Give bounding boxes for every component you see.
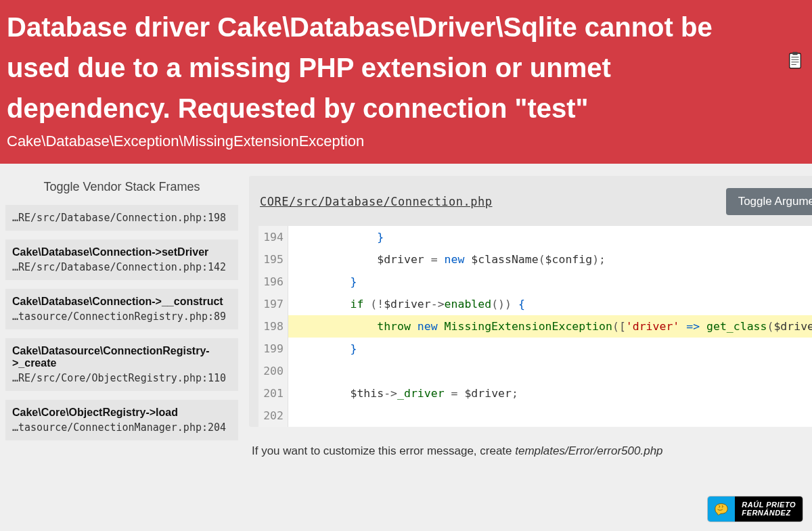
line-number: 199 [258,338,288,360]
error-header: Database driver Cake\Database\Driver\Sql… [0,0,812,164]
note-prefix: If you want to customize this error mess… [252,444,515,457]
stack-frame-title: Cake\Database\Connection->setDriver [12,246,231,258]
stack-frame-path: …RE/src/Core/ObjectRegistry.php:110 [12,372,231,384]
brain-icon [708,497,735,522]
error-title: Database driver Cake\Database\Driver\Sql… [7,7,724,129]
stack-frame-title: Cake\Datasource\ConnectionRegistry->_cre… [12,345,231,369]
svg-rect-1 [792,52,797,55]
source-code: 194 }195 $driver = new $className($confi… [258,226,812,427]
code-line: 202 [258,405,812,427]
stack-frame[interactable]: Cake\Database\Connection->__construct …t… [5,289,238,329]
stack-frame[interactable]: Cake\Database\Connection->setDriver …RE/… [5,239,238,280]
line-content [288,360,812,382]
line-content: if (!$driver->enabled()) { [288,293,812,315]
line-number: 196 [258,271,288,293]
stack-trace-sidebar: Toggle Vendor Stack Frames …RE/src/Datab… [0,164,244,458]
code-line: 197 if (!$driver->enabled()) { [258,293,812,315]
stack-frame-title: Cake\Database\Connection->__construct [12,296,231,308]
stack-frame-path: …RE/src/Database/Connection.php:142 [12,261,231,273]
author-badge[interactable]: RAÚL PRIETO FERNÁNDEZ [708,497,803,522]
source-file-path[interactable]: CORE/src/Database/Connection.php [260,195,493,208]
code-line: 201 $this->_driver = $driver; [258,382,812,405]
line-content: } [288,338,812,360]
toggle-vendor-frames[interactable]: Toggle Vendor Stack Frames [5,173,238,205]
stack-frame[interactable]: Cake\Core\ObjectRegistry->load …tasource… [5,400,238,440]
line-content: $driver = new $className($config); [288,248,812,271]
customize-error-note: If you want to customize this error mess… [249,438,812,458]
line-content [288,405,812,427]
note-path: templates/Error/error500.php [515,444,662,457]
code-line: 200 [258,360,812,382]
badge-line2: FERNÁNDEZ [742,509,796,517]
stack-frame[interactable]: Cake\Datasource\ConnectionRegistry->_cre… [5,338,238,391]
line-number: 194 [258,226,288,248]
badge-line1: RAÚL PRIETO [742,501,796,509]
stack-frame-title: Cake\Core\ObjectRegistry->load [12,407,231,419]
stack-frame-path: …tasource/ConnectionManager.php:204 [12,421,231,434]
line-content: $this->_driver = $driver; [288,382,812,405]
code-preview-panel: CORE/src/Database/Connection.php Toggle … [244,164,812,458]
line-content: } [288,271,812,293]
line-content: throw new MissingExtensionException(['dr… [288,315,812,338]
line-number: 197 [258,293,288,315]
line-content: } [288,226,812,248]
code-line: 195 $driver = new $className($config); [258,248,812,271]
line-number: 200 [258,360,288,382]
code-line: 198 throw new MissingExtensionException(… [258,315,812,338]
stack-frame[interactable]: …RE/src/Database/Connection.php:198 [5,205,238,231]
stack-frame-path: …tasource/ConnectionRegistry.php:89 [12,310,231,323]
exception-class: Cake\Database\Exception\MissingExtension… [7,133,803,150]
clipboard-icon[interactable] [788,51,803,69]
line-number: 201 [258,382,288,405]
code-line: 194 } [258,226,812,248]
svg-rect-0 [790,53,801,68]
code-line: 199 } [258,338,812,360]
stack-frame-path: …RE/src/Database/Connection.php:198 [12,212,231,224]
line-number: 198 [258,315,288,338]
line-number: 202 [258,405,288,427]
toggle-arguments-button[interactable]: Toggle Arguments [726,188,812,215]
line-number: 195 [258,248,288,271]
code-line: 196 } [258,271,812,293]
